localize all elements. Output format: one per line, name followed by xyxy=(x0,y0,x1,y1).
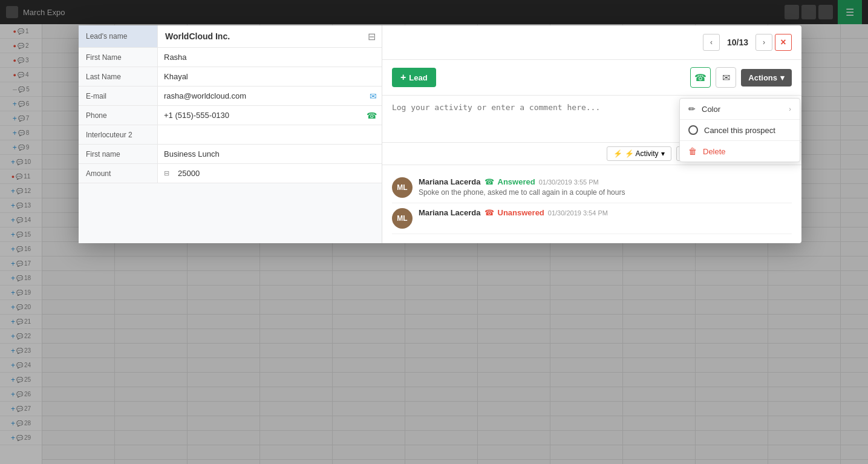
interlocuteur-field: Interlocuteur 2 xyxy=(79,125,382,145)
first-name2-label: First name xyxy=(79,145,157,163)
phone-label: Phone xyxy=(79,106,157,125)
activity-call-icon: ☎ xyxy=(485,177,494,186)
lead-name-icon: ⊟ xyxy=(362,31,382,42)
amount-input-wrapper: ⊟ xyxy=(157,164,382,183)
first-name2-input-wrapper xyxy=(157,145,382,163)
activity-text: Spoke on the phone, asked me to call aga… xyxy=(419,188,792,197)
last-name-field: Last Name xyxy=(79,67,382,87)
last-name-input-wrapper xyxy=(157,67,382,86)
phone-field: Phone ☎ xyxy=(79,106,382,125)
pencil-icon: ✏ xyxy=(688,104,696,114)
trash-icon: 🗑 xyxy=(688,146,697,156)
amount-field: Amount ⊟ xyxy=(79,164,382,183)
amount-label: Amount xyxy=(79,165,157,183)
activity-header: Mariana Lacerda ☎ Unanswered 01/30/2019 … xyxy=(419,208,792,217)
activity-item: ML Mariana Lacerda ☎ Unanswered 01/30/20… xyxy=(392,203,792,234)
dropdown-item-cancel-this-prospect[interactable]: Cancel this prospect xyxy=(680,120,800,140)
right-top-nav: ‹ 10/13 › × xyxy=(382,25,801,60)
activity-dropdown-icon: ▾ xyxy=(661,149,665,158)
avatar: ML xyxy=(392,177,413,198)
submenu-arrow-icon: › xyxy=(789,105,791,113)
first-name-label: First Name xyxy=(79,48,157,67)
dropdown-item-color[interactable]: ✏ Color › xyxy=(680,99,800,119)
lead-name-input-wrapper: ⊟ xyxy=(157,25,382,47)
nav-counter: 10/13 xyxy=(722,38,753,47)
activity-call-icon: ☎ xyxy=(485,208,494,217)
close-icon: × xyxy=(780,37,786,48)
nav-controls: ‹ 10/13 › × xyxy=(703,34,792,51)
lead-plus-icon: + xyxy=(400,72,406,83)
first-name2-field: First name xyxy=(79,145,382,164)
phone-call-icon: ☎ xyxy=(694,72,706,83)
phone-icon: ☎ xyxy=(362,111,382,120)
dropdown-item-label: Color xyxy=(702,105,720,114)
last-name-label: Last Name xyxy=(79,68,157,86)
activity-header: Mariana Lacerda ☎ Answered 01/30/2019 3:… xyxy=(419,177,792,186)
activity-author-name: Mariana Lacerda xyxy=(419,208,481,217)
avatar: ML xyxy=(392,208,413,229)
first-name-input[interactable] xyxy=(158,48,382,67)
lead-name-label: Lead's name xyxy=(79,27,157,45)
activity-timestamp: 01/30/2019 3:54 PM xyxy=(548,209,608,217)
chevron-right-icon: › xyxy=(763,38,765,47)
activity-timestamp: 01/30/2019 3:55 PM xyxy=(539,178,599,186)
dropdown-item-label: Cancel this prospect xyxy=(704,126,775,135)
lead-name-input[interactable] xyxy=(158,25,362,47)
interlocuteur-input[interactable] xyxy=(158,125,382,144)
first-name2-input[interactable] xyxy=(158,145,382,163)
phone-input-wrapper: ☎ xyxy=(157,106,382,125)
cancel-icon xyxy=(688,125,698,135)
email-label: E-mail xyxy=(79,87,157,105)
activity-content: Mariana Lacerda ☎ Answered 01/30/2019 3:… xyxy=(419,177,792,198)
lead-button-label: Lead xyxy=(409,73,427,82)
activity-feed: ML Mariana Lacerda ☎ Answered 01/30/2019… xyxy=(382,165,801,243)
interlocuteur-label: Interlocuteur 2 xyxy=(79,126,157,144)
email-input[interactable] xyxy=(158,87,365,105)
email-action-button[interactable]: ✉ xyxy=(716,67,736,88)
last-name-input[interactable] xyxy=(158,67,382,86)
activity-author-name: Mariana Lacerda xyxy=(419,177,481,186)
first-name-field: First Name xyxy=(79,48,382,67)
actions-dropdown-button[interactable]: Actions ▾ xyxy=(741,69,792,87)
lead-name-field: Lead's name ⊟ xyxy=(79,25,382,48)
activity-label: ⚡ Activity xyxy=(625,149,659,158)
activity-status: Answered xyxy=(498,177,535,186)
activity-button[interactable]: ⚡ ⚡ Activity ▾ xyxy=(607,146,671,161)
email-field: E-mail ✉ xyxy=(79,87,382,106)
lead-form: Lead's name ⊟ First Name Last Name xyxy=(79,25,382,243)
mail-icon: ✉ xyxy=(722,72,730,83)
actions-label: Actions xyxy=(748,73,777,82)
activity-item: ML Mariana Lacerda ☎ Answered 01/30/2019… xyxy=(392,172,792,203)
actions-dropdown-icon: ▾ xyxy=(780,73,785,82)
interlocuteur-input-wrapper xyxy=(157,125,382,144)
first-name-input-wrapper xyxy=(157,48,382,67)
nav-next-button[interactable]: › xyxy=(755,34,772,51)
dropdown-item-delete[interactable]: 🗑 Delete xyxy=(680,141,800,162)
nav-prev-button[interactable]: ‹ xyxy=(703,34,720,51)
amount-input[interactable] xyxy=(172,164,382,183)
lead-button[interactable]: + Lead xyxy=(392,68,436,87)
close-button[interactable]: × xyxy=(775,34,792,51)
action-bar: + Lead ☎ ✉ Actions ▾ xyxy=(382,60,801,96)
phone-action-button[interactable]: ☎ xyxy=(690,67,711,88)
email-input-wrapper: ✉ xyxy=(157,87,382,105)
activity-status: Unanswered xyxy=(498,208,544,217)
chevron-left-icon: ‹ xyxy=(710,38,713,47)
amount-icon: ⊟ xyxy=(158,169,169,177)
email-icon: ✉ xyxy=(365,91,382,101)
dropdown-item-label: Delete xyxy=(703,147,726,156)
actions-dropdown-menu: ✏ Color › Cancel this prospect 🗑 Delete xyxy=(679,98,800,162)
activity-content: Mariana Lacerda ☎ Unanswered 01/30/2019 … xyxy=(419,208,792,229)
phone-input[interactable] xyxy=(158,106,362,125)
activity-flash-icon: ⚡ xyxy=(613,149,622,158)
